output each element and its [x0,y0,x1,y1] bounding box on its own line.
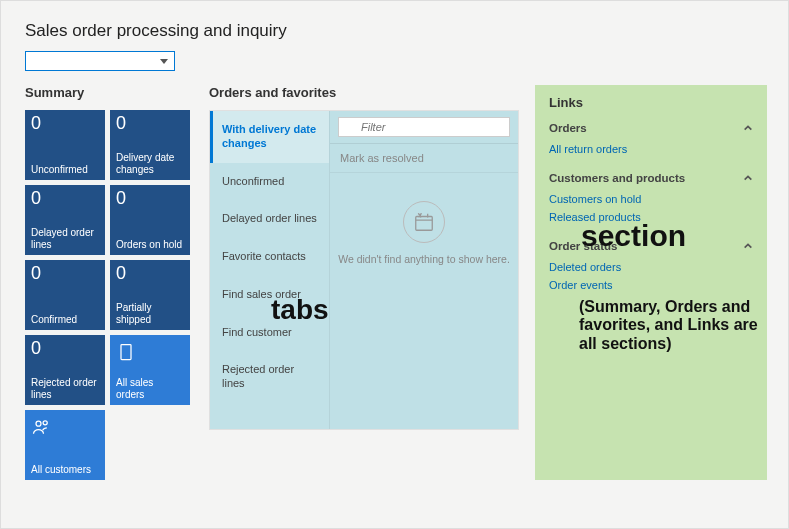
svg-rect-5 [416,217,433,231]
tile-label: All sales orders [116,377,184,401]
tile-orders-on-hold[interactable]: 0Orders on hold [110,185,190,255]
tile-delayed-order-lines[interactable]: 0Delayed order lines [25,185,105,255]
tile-all-customers[interactable]: All customers [25,410,105,480]
link-customers-on-hold[interactable]: Customers on hold [549,190,753,208]
tab-favorite-contacts[interactable]: Favorite contacts [210,238,329,276]
orders-section: Orders and favorites With delivery date … [209,85,519,480]
svg-rect-0 [121,345,131,360]
orders-tabs: With delivery date changesUnconfirmedDel… [210,111,330,429]
empty-calendar-icon [403,201,445,243]
link-group-title: Orders [549,122,587,134]
tile-count: 0 [116,264,184,282]
orders-heading: Orders and favorites [209,85,519,100]
tile-label: Partially shipped [116,302,184,326]
links-section: Links OrdersAll return ordersCustomers a… [535,85,767,480]
orders-detail: Mark as resolved We didn't find anything… [330,111,518,429]
mark-resolved-button[interactable]: Mark as resolved [330,144,518,173]
tile-label: Unconfirmed [31,164,99,176]
svg-point-2 [43,421,47,425]
tile-label: Delivery date changes [116,152,184,176]
link-group-header[interactable]: Order status [549,240,753,252]
link-group-header[interactable]: Orders [549,122,753,134]
link-group-title: Order status [549,240,617,252]
links-heading: Links [549,95,753,110]
tile-count: 0 [31,189,99,207]
workspace-select[interactable] [25,51,175,71]
link-all-return-orders[interactable]: All return orders [549,140,753,158]
tile-count: 0 [116,114,184,132]
tile-count: 0 [31,114,99,132]
tile-count: 0 [31,264,99,282]
tile-unconfirmed[interactable]: 0Unconfirmed [25,110,105,180]
tile-count: 0 [31,339,99,357]
link-deleted-orders[interactable]: Deleted orders [549,258,753,276]
tile-label: Confirmed [31,314,99,326]
tile-count: 0 [116,189,184,207]
tile-label: Rejected order lines [31,377,99,401]
link-order-events[interactable]: Order events [549,276,753,294]
tile-label: Orders on hold [116,239,184,251]
summary-heading: Summary [25,85,193,100]
link-released-products[interactable]: Released products [549,208,753,226]
link-group-title: Customers and products [549,172,685,184]
filter-input[interactable] [338,117,510,137]
tile-all-sales-orders[interactable]: All sales orders [110,335,190,405]
tile-partially-shipped[interactable]: 0Partially shipped [110,260,190,330]
empty-text: We didn't find anything to show here. [338,253,510,265]
tile-label: Delayed order lines [31,227,99,251]
tab-rejected-order-lines[interactable]: Rejected order lines [210,351,329,403]
link-group-order-status: Order statusDeleted ordersOrder events [549,240,753,294]
tile-delivery-date-changes[interactable]: 0Delivery date changes [110,110,190,180]
chevron-up-icon [743,241,753,251]
summary-section: Summary 0Unconfirmed0Delivery date chang… [25,85,193,480]
people-icon [31,414,51,440]
link-group-orders: OrdersAll return orders [549,122,753,158]
link-group-header[interactable]: Customers and products [549,172,753,184]
tile-label: All customers [31,464,99,476]
tab-find-customer[interactable]: Find customer [210,314,329,352]
page-title: Sales order processing and inquiry [1,1,788,51]
tab-find-sales-order[interactable]: Find sales order [210,276,329,314]
chevron-up-icon [743,123,753,133]
tab-unconfirmed[interactable]: Unconfirmed [210,163,329,201]
tab-with-delivery-date-changes[interactable]: With delivery date changes [210,111,329,163]
document-icon [116,339,136,365]
tile-confirmed[interactable]: 0Confirmed [25,260,105,330]
tile-rejected-order-lines[interactable]: 0Rejected order lines [25,335,105,405]
svg-point-1 [36,421,41,426]
chevron-up-icon [743,173,753,183]
link-group-customers-and-products: Customers and productsCustomers on holdR… [549,172,753,226]
tab-delayed-order-lines[interactable]: Delayed order lines [210,200,329,238]
